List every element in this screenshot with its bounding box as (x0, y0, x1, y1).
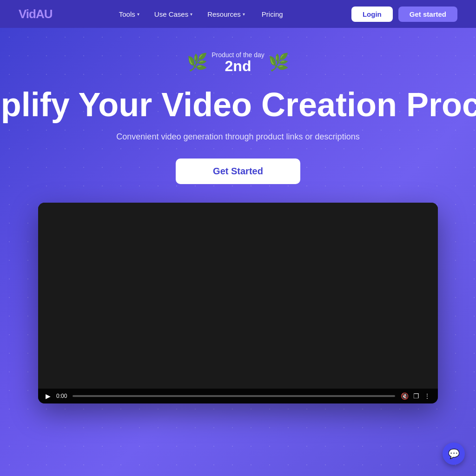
nav-item-use-cases[interactable]: Use Cases ▾ (149, 7, 198, 21)
control-icons: 🔇 ❐ ⋮ (401, 392, 430, 400)
tools-chevron-icon: ▾ (137, 12, 139, 17)
badge-rank: 2nd (212, 59, 264, 73)
login-button[interactable]: Login (351, 7, 393, 22)
laurel-left-icon: 🌿 (187, 53, 208, 72)
nav-item-resources[interactable]: Resources ▾ (202, 7, 251, 21)
resources-chevron-icon: ▾ (243, 12, 245, 17)
laurel-wrapper: 🌿 Product of the day 2nd 🌿 (187, 51, 289, 73)
video-player: ▶ 0:00 🔇 ❐ ⋮ (38, 203, 438, 403)
fullscreen-icon[interactable]: ❐ (413, 392, 419, 400)
logo-text: VidAU (19, 7, 53, 21)
play-button[interactable]: ▶ (46, 392, 51, 400)
use-cases-label: Use Cases (154, 10, 188, 18)
progress-bar[interactable] (73, 395, 395, 397)
use-cases-chevron-icon: ▾ (190, 12, 192, 17)
chat-button[interactable]: 💬 (443, 443, 465, 465)
logo[interactable]: VidAU (19, 7, 53, 21)
mute-icon[interactable]: 🔇 (401, 392, 409, 400)
hero-section: 🌿 Product of the day 2nd 🌿 Simplify Your… (0, 28, 476, 476)
badge-text: Product of the day 2nd (212, 51, 264, 73)
product-of-day-badge: 🌿 Product of the day 2nd 🌿 (187, 51, 289, 73)
video-controls: ▶ 0:00 🔇 ❐ ⋮ (38, 389, 438, 403)
navbar: VidAU Tools ▾ Use Cases ▾ Resources ▾ Pr… (0, 0, 476, 28)
tools-label: Tools (119, 10, 135, 18)
hero-heading: Simplify Your Video Creation Process (0, 87, 476, 123)
nav-buttons: Login Get started (351, 7, 457, 22)
nav-item-tools[interactable]: Tools ▾ (113, 7, 145, 21)
get-started-nav-button[interactable]: Get started (398, 7, 457, 22)
video-screen (38, 203, 438, 389)
nav-item-pricing[interactable]: Pricing (254, 7, 291, 21)
laurel-right-icon: 🌿 (268, 53, 289, 72)
hero-subtext: Convenient video generation through prod… (116, 132, 359, 142)
chat-icon: 💬 (448, 448, 460, 459)
more-options-icon[interactable]: ⋮ (424, 392, 430, 400)
resources-label: Resources (207, 10, 241, 18)
nav-links: Tools ▾ Use Cases ▾ Resources ▾ Pricing (113, 7, 291, 21)
pricing-label: Pricing (262, 10, 283, 18)
time-display: 0:00 (56, 393, 67, 399)
get-started-cta-button[interactable]: Get Started (176, 159, 300, 184)
